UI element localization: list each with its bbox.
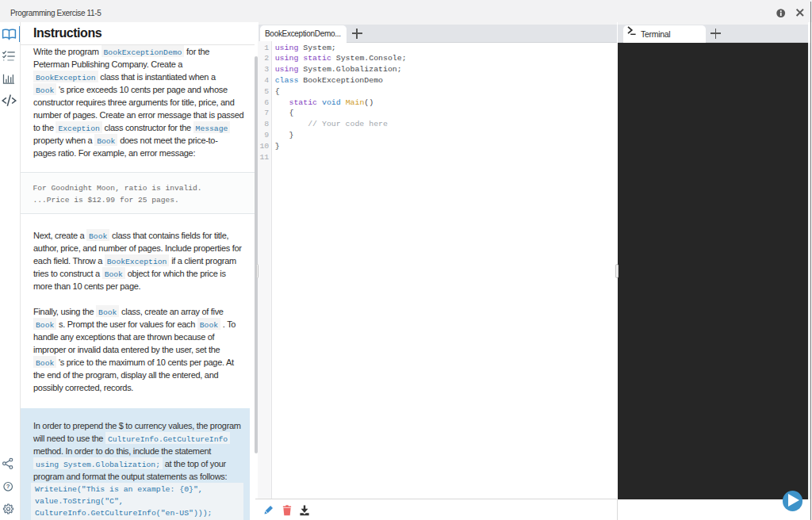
svg-text:?: ?: [6, 483, 10, 490]
